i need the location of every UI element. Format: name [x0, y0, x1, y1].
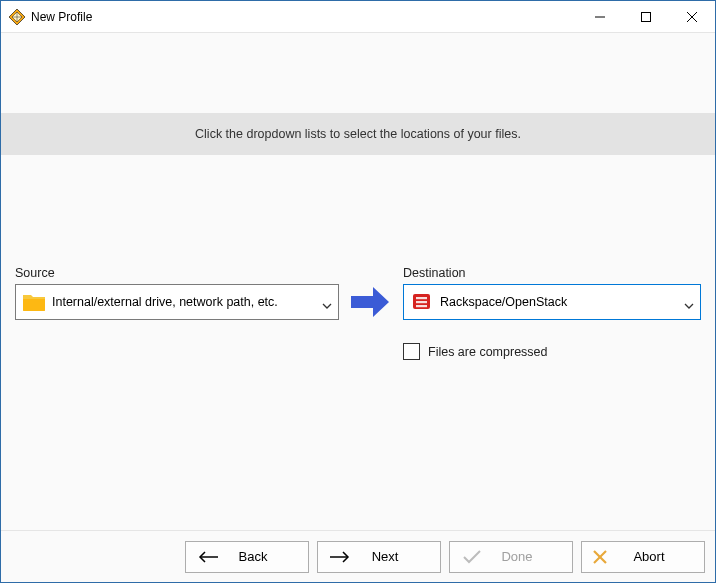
destination-dropdown[interactable]: Rackspace/OpenStack	[403, 284, 701, 320]
checkbox-icon[interactable]	[403, 343, 420, 360]
content-area: Click the dropdown lists to select the l…	[1, 33, 715, 530]
source-label: Source	[15, 266, 55, 280]
window-title: New Profile	[31, 10, 92, 24]
destination-label: Destination	[403, 266, 466, 280]
next-button-label: Next	[356, 549, 430, 564]
rackspace-icon	[410, 292, 434, 312]
abort-button-label: Abort	[620, 549, 694, 564]
arrow-left-icon	[196, 549, 224, 565]
minimize-button[interactable]	[577, 1, 623, 33]
new-profile-window: New Profile Click the dropdown lists to …	[0, 0, 716, 583]
next-button[interactable]: Next	[317, 541, 441, 573]
files-compressed-label: Files are compressed	[428, 345, 548, 359]
footer-buttons: Back Next Done Abort	[1, 530, 715, 582]
done-button-label: Done	[488, 549, 562, 564]
info-message: Click the dropdown lists to select the l…	[195, 127, 521, 141]
destination-selected-text: Rackspace/OpenStack	[440, 295, 680, 309]
folder-icon	[22, 292, 46, 312]
chevron-down-icon	[322, 297, 332, 307]
close-button[interactable]	[669, 1, 715, 33]
source-dropdown[interactable]: Internal/external drive, network path, e…	[15, 284, 339, 320]
svg-rect-5	[642, 12, 651, 21]
chevron-down-icon	[684, 297, 694, 307]
source-selected-text: Internal/external drive, network path, e…	[52, 295, 318, 309]
titlebar: New Profile	[1, 1, 715, 33]
x-icon	[592, 549, 620, 565]
files-compressed-option[interactable]: Files are compressed	[403, 343, 548, 360]
back-button[interactable]: Back	[185, 541, 309, 573]
info-strip: Click the dropdown lists to select the l…	[1, 113, 715, 155]
arrow-right-icon	[328, 549, 356, 565]
app-icon	[9, 9, 25, 25]
svg-rect-9	[416, 297, 427, 299]
direction-arrow-icon	[345, 282, 395, 322]
done-button: Done	[449, 541, 573, 573]
abort-button[interactable]: Abort	[581, 541, 705, 573]
back-button-label: Back	[224, 549, 298, 564]
check-icon	[460, 549, 488, 565]
svg-rect-11	[416, 305, 427, 307]
maximize-button[interactable]	[623, 1, 669, 33]
svg-rect-10	[416, 301, 427, 303]
